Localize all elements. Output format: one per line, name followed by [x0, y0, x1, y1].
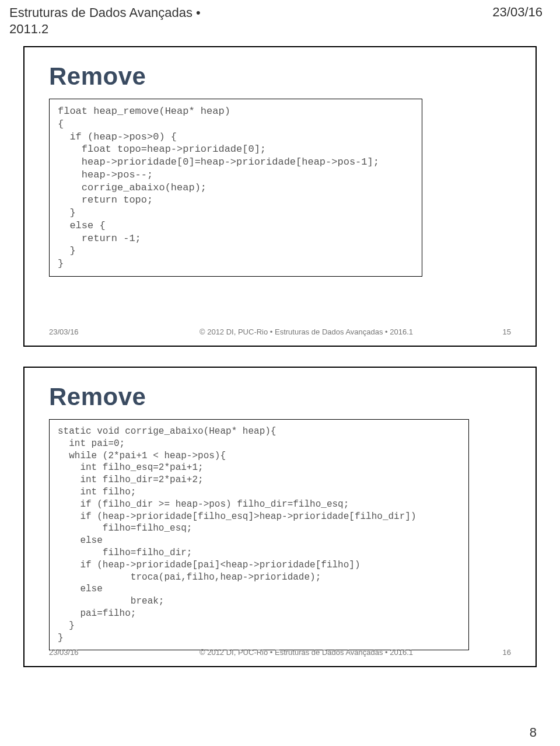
slide-title: Remove: [49, 383, 511, 411]
slide-title: Remove: [49, 62, 511, 90]
slide-number: 15: [476, 327, 511, 336]
header-date: 23/03/16: [492, 5, 542, 37]
footer-credit: © 2012 DI, PUC-Rio • Estruturas de Dados…: [113, 327, 476, 336]
slide-footer: 23/03/16 © 2012 DI, PUC-Rio • Estruturas…: [49, 648, 511, 657]
page-header: Estruturas de Dados Avançadas • 2011.2 2…: [0, 0, 560, 40]
footer-credit: © 2012 DI, PUC-Rio • Estruturas de Dados…: [113, 648, 476, 657]
page-number: 8: [530, 725, 537, 740]
code-block: float heap_remove(Heap* heap) { if (heap…: [49, 99, 422, 277]
slide-number: 16: [476, 648, 511, 657]
footer-date: 23/03/16: [49, 648, 113, 657]
slide-footer: 23/03/16 © 2012 DI, PUC-Rio • Estruturas…: [49, 327, 511, 336]
footer-date: 23/03/16: [49, 327, 113, 336]
slide-2: Remove static void corrige_abaixo(Heap* …: [23, 367, 537, 667]
slide-1: Remove float heap_remove(Heap* heap) { i…: [23, 46, 537, 347]
header-left: Estruturas de Dados Avançadas • 2011.2: [9, 5, 201, 37]
code-block: static void corrige_abaixo(Heap* heap){ …: [49, 419, 469, 650]
header-term: 2011.2: [9, 22, 48, 36]
header-course: Estruturas de Dados Avançadas •: [9, 5, 201, 20]
